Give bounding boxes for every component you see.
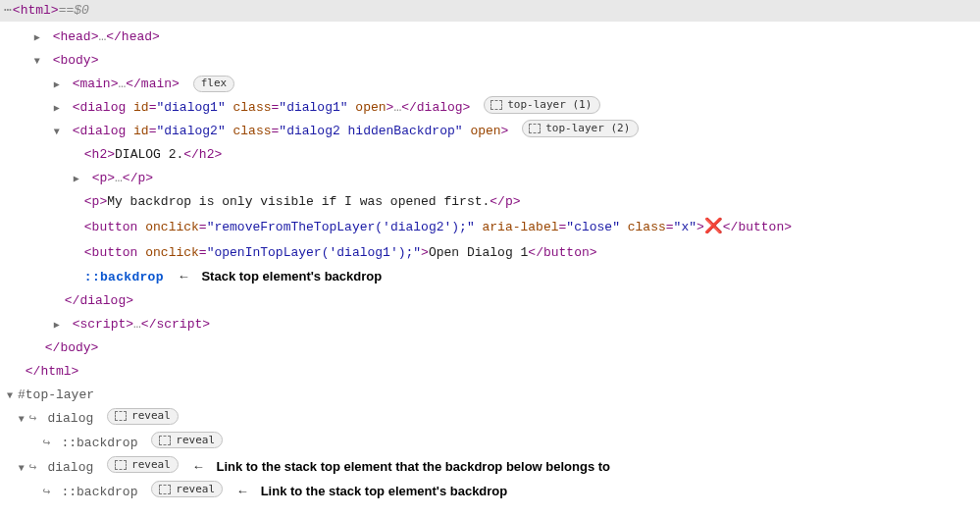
expand-icon[interactable]: ▶ bbox=[51, 317, 63, 335]
expand-icon[interactable]: ▶ bbox=[51, 77, 63, 95]
attr-val: "x" bbox=[674, 220, 696, 234]
ellipsis: … bbox=[115, 171, 123, 185]
badge-label: reveal bbox=[176, 482, 215, 497]
collapse-icon[interactable]: ▼ bbox=[16, 411, 27, 430]
tag: </script> bbox=[141, 317, 210, 332]
annotation-text: Link to the stack top element's backdrop bbox=[261, 484, 508, 498]
attr-val: "openInTopLayer('dialog1');" bbox=[207, 245, 421, 260]
tag: </dialog> bbox=[65, 293, 133, 308]
tag: <main> bbox=[73, 77, 119, 91]
flex-badge[interactable]: flex bbox=[193, 76, 235, 92]
attr: aria-label bbox=[483, 220, 559, 234]
tag: <button bbox=[84, 220, 145, 234]
dialog2-close-node[interactable]: </dialog> bbox=[0, 289, 980, 313]
tag: </dialog> bbox=[401, 100, 470, 115]
collapse-icon[interactable]: ▼ bbox=[4, 387, 16, 406]
reveal-button[interactable]: reveal bbox=[107, 408, 179, 425]
text: DIALOG 2. bbox=[115, 147, 183, 162]
element-label: dialog bbox=[47, 460, 93, 475]
tag: </p> bbox=[490, 194, 520, 209]
arrow-left-icon: ← bbox=[178, 269, 190, 284]
selected-node-bar[interactable]: ⋯ <html> == $0 bbox=[0, 0, 980, 22]
element-label: ::backdrop bbox=[61, 436, 137, 450]
attr: open bbox=[355, 100, 386, 115]
attr-val: "dialog1" bbox=[156, 100, 225, 115]
expand-icon[interactable]: ▶ bbox=[71, 171, 82, 189]
body-node[interactable]: ▼ <body> bbox=[0, 49, 980, 73]
h2-node[interactable]: <h2>DIALOG 2.</h2> bbox=[0, 143, 980, 167]
expand-icon[interactable]: ▶ bbox=[51, 100, 63, 119]
attr-val: "removeFromTheTopLayer('dialog2');" bbox=[207, 220, 475, 234]
top-layer-backdrop-1[interactable]: ↪ ::backdrop reveal bbox=[0, 432, 980, 455]
tag: <p> bbox=[92, 171, 115, 185]
tag: <dialog bbox=[73, 124, 133, 138]
collapse-icon[interactable]: ▼ bbox=[51, 124, 63, 142]
tag: <h2> bbox=[84, 147, 115, 162]
button-open-node[interactable]: <button onclick="openInTopLayer('dialog1… bbox=[0, 241, 980, 265]
attr: class bbox=[233, 100, 272, 115]
tag: <button bbox=[84, 245, 145, 260]
head-node[interactable]: ▶ <head>…</head> bbox=[0, 26, 980, 49]
layer-icon bbox=[115, 460, 127, 470]
tag: </h2> bbox=[183, 147, 222, 162]
layer-icon bbox=[490, 100, 502, 110]
text: My backdrop is only visible if I was ope… bbox=[107, 194, 490, 209]
layer-icon bbox=[159, 436, 171, 445]
main-node[interactable]: ▶ <main>…</main> flex bbox=[0, 73, 980, 96]
layer-icon bbox=[159, 485, 171, 494]
tag: </head> bbox=[106, 29, 160, 44]
badge-label: reveal bbox=[131, 457, 171, 473]
attr: class bbox=[628, 220, 666, 234]
hook-arrow-icon: ↪ bbox=[43, 436, 51, 450]
hook-arrow-icon: ↪ bbox=[43, 485, 51, 499]
top-layer-header[interactable]: ▼#top-layer bbox=[0, 384, 980, 407]
text: Open Dialog 1 bbox=[429, 245, 528, 260]
top-layer-badge-2[interactable]: top-layer (2) bbox=[522, 120, 639, 137]
button-close-node[interactable]: <button onclick="removeFromTheTopLayer('… bbox=[0, 214, 980, 241]
top-layer-backdrop-2[interactable]: ↪ ::backdrop reveal ← Link to the stack … bbox=[0, 480, 980, 504]
tag: </button> bbox=[528, 245, 596, 260]
badge-label: top-layer (2) bbox=[545, 121, 630, 136]
attr-val: "dialog2 hiddenBackdrop" bbox=[279, 124, 462, 138]
layer-icon bbox=[529, 124, 541, 133]
script-node[interactable]: ▶ <script>…</script> bbox=[0, 313, 980, 336]
attr: onclick bbox=[145, 220, 199, 234]
collapse-icon[interactable]: ▼ bbox=[31, 53, 43, 72]
html-open-tag: <html> bbox=[13, 0, 59, 22]
backdrop-pseudo-node[interactable]: ::backdrop ← Stack top element's backdro… bbox=[0, 265, 980, 289]
annotation-text: Link to the stack top element that the b… bbox=[216, 459, 610, 474]
body-close-node[interactable]: </body> bbox=[0, 336, 980, 360]
badge-label: flex bbox=[201, 76, 228, 91]
reveal-button[interactable]: reveal bbox=[107, 456, 179, 473]
tag: <dialog bbox=[73, 100, 133, 115]
attr: open bbox=[470, 124, 500, 138]
p-text-node[interactable]: <p>My backdrop is only visible if I was … bbox=[0, 190, 980, 214]
top-layer-badge-1[interactable]: top-layer (1) bbox=[484, 96, 600, 114]
attr-val: "dialog1" bbox=[279, 100, 347, 115]
top-layer-dialog-2[interactable]: ▼↪ dialog reveal ← Link to the stack top… bbox=[0, 455, 980, 480]
expand-icon[interactable]: ▶ bbox=[31, 29, 43, 48]
hook-arrow-icon: ↪ bbox=[29, 411, 37, 426]
badge-label: reveal bbox=[131, 408, 171, 424]
ellipsis: … bbox=[133, 317, 141, 332]
top-layer-dialog-1[interactable]: ▼↪ dialog reveal bbox=[0, 407, 980, 431]
layer-icon bbox=[115, 411, 127, 421]
attr: id bbox=[133, 100, 149, 115]
tag: </button> bbox=[723, 220, 792, 234]
reveal-button[interactable]: reveal bbox=[151, 432, 223, 448]
dom-tree[interactable]: ▶ <head>…</head> ▼ <body> ▶ <main>…</mai… bbox=[0, 22, 980, 516]
element-label: ::backdrop bbox=[61, 485, 137, 499]
tag: </html> bbox=[26, 364, 79, 379]
dollar-zero: $0 bbox=[74, 0, 89, 22]
html-close-node[interactable]: </html> bbox=[0, 360, 980, 384]
tag: </p> bbox=[123, 171, 153, 185]
reveal-button[interactable]: reveal bbox=[151, 481, 223, 497]
p-collapsed-node[interactable]: ▶ <p>…</p> bbox=[0, 167, 980, 190]
annotation-text: Stack top element's backdrop bbox=[201, 269, 382, 284]
tag: </body> bbox=[45, 340, 99, 355]
dialog2-node[interactable]: ▼ <dialog id="dialog2" class="dialog2 hi… bbox=[0, 120, 980, 143]
tag: <body> bbox=[53, 53, 99, 68]
pseudo-element: ::backdrop bbox=[84, 270, 164, 284]
collapse-icon[interactable]: ▼ bbox=[16, 460, 27, 479]
dialog1-node[interactable]: ▶ <dialog id="dialog1" class="dialog1" o… bbox=[0, 96, 980, 120]
